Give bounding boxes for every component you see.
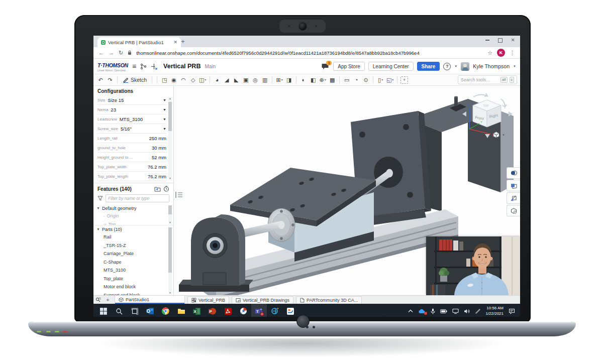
part-list-item[interactable]: Top_plate — [93, 275, 167, 283]
linear-pattern-icon[interactable]: ⊞▾ — [275, 76, 283, 84]
config-numeric-row[interactable]: Height_ground to ... 52 mm — [97, 153, 166, 162]
tree-item-top-plane[interactable]: ▱ Top — [93, 220, 167, 226]
new-element-icon[interactable]: + — [103, 296, 113, 304]
help-icon[interactable]: ? — [443, 63, 451, 70]
taskbar-search-icon[interactable] — [111, 304, 127, 317]
part-list-item[interactable]: _TSR-15-Z — [93, 241, 167, 250]
pen-icon[interactable] — [475, 308, 480, 314]
section-view-icon[interactable] — [507, 180, 520, 191]
config-numeric-row[interactable]: ground_to_hole 30 mm — [97, 143, 166, 153]
motor-connector-pin[interactable] — [454, 97, 458, 106]
chevron-down-icon[interactable]: ▼ — [96, 227, 100, 231]
filter-funnel-icon[interactable] — [97, 196, 103, 201]
config-dropdown-row[interactable]: Nema 23 ▼ — [97, 105, 166, 114]
parts-section[interactable]: ▼ Parts (10) — [93, 225, 167, 233]
taskbar-clock[interactable]: 10:56 AM 1/22/2021 — [485, 306, 504, 316]
scroll-down-arrow[interactable]: ▼ — [168, 221, 172, 224]
revolve-icon[interactable]: ◉ — [170, 76, 178, 84]
scrollbar-thumb[interactable] — [168, 102, 172, 131]
search-tabs-icon[interactable] — [93, 296, 103, 304]
config-dropdown-row[interactable]: Leadscrew MTS_3100 ▼ — [97, 114, 166, 124]
part-list-item[interactable]: MTS_3100 — [93, 266, 167, 275]
comments-icon[interactable]: 1 — [322, 63, 330, 70]
scrollbar-thumb[interactable] — [168, 227, 172, 273]
dropdown-caret-icon[interactable]: ▼ — [163, 98, 166, 102]
sketch-button[interactable]: Sketch — [121, 77, 149, 83]
appearance-icon[interactable] — [507, 167, 520, 179]
window-minimize-icon[interactable] — [485, 40, 489, 41]
rollback-bar-icon[interactable] — [175, 191, 183, 198]
internet-explorer-icon[interactable] — [267, 304, 282, 317]
geometry-scrollbar[interactable]: ▼ — [168, 205, 172, 224]
learning-center-button[interactable]: Learning Center — [368, 62, 414, 71]
sap-logon-icon[interactable] — [282, 304, 298, 317]
hole-icon[interactable]: ◎ — [251, 76, 259, 84]
scroll-down-arrow[interactable]: ▼ — [168, 291, 172, 294]
reload-icon[interactable]: ↻ — [119, 50, 123, 56]
fillet-icon[interactable]: ◕ — [213, 76, 221, 84]
undo-icon[interactable]: ↶ — [96, 76, 105, 84]
window-close-icon[interactable]: ✕ — [511, 38, 515, 43]
part-list-item[interactable]: Motor end block — [93, 283, 167, 291]
extrude-icon[interactable]: ◳ — [160, 76, 168, 84]
part-list-item[interactable]: Support end block — [93, 291, 167, 296]
task-view-icon[interactable] — [127, 304, 142, 317]
graphics-viewport[interactable]: Top Front Right Z X Y — [174, 86, 520, 295]
part-list-item[interactable]: Rail — [93, 233, 167, 241]
frame-icon[interactable]: ▯▾ — [376, 76, 384, 84]
teams-icon[interactable]: T — [251, 304, 267, 317]
chrome-icon[interactable] — [158, 304, 173, 317]
default-geometry-section[interactable]: ▼ Default geometry — [93, 204, 167, 212]
bookmark-star-icon[interactable]: ☆ — [487, 50, 492, 56]
plane-icon[interactable]: ▭ — [343, 76, 351, 84]
tab-vertical-prb-drawings[interactable]: Vertical_PRB Drawings — [232, 296, 293, 304]
new-tab-button[interactable]: + — [179, 38, 187, 46]
user-avatar[interactable] — [461, 62, 469, 71]
config-numeric-row[interactable]: Top_plate_width 76.2 mm — [97, 162, 166, 172]
chamfer-icon[interactable]: ◢ — [223, 76, 231, 84]
skype-icon[interactable] — [236, 304, 251, 317]
forward-icon[interactable]: → — [109, 50, 114, 56]
volume-icon[interactable] — [464, 309, 470, 314]
view-options-button[interactable]: ▼ — [492, 131, 505, 139]
config-numeric-row[interactable]: Top_plate_length 76.2 mm — [97, 172, 166, 181]
point-icon[interactable]: ⊙ — [362, 76, 370, 84]
versions-icon[interactable] — [140, 63, 147, 70]
boolean-icon[interactable]: ◐ — [299, 76, 308, 84]
tab-partstudio1[interactable]: PartStudio1 — [115, 296, 185, 304]
redo-icon[interactable]: ↷ — [106, 76, 114, 84]
scrollbar-thumb[interactable] — [168, 205, 172, 214]
acrobat-icon[interactable] — [220, 304, 236, 317]
dropdown-caret-icon[interactable]: ▼ — [163, 127, 166, 131]
tab-vertical-prb[interactable]: Vertical_PRB — [187, 296, 229, 304]
helix-icon[interactable]: ◔ — [352, 76, 360, 84]
app-store-button[interactable]: App Store — [333, 62, 364, 71]
search-tools-input[interactable]: Search tools... altc — [458, 75, 517, 84]
dropdown-caret-icon[interactable]: ▼ — [163, 108, 166, 111]
part-list-item[interactable]: Carriage_Plate — [93, 250, 167, 258]
network-icon[interactable] — [452, 309, 459, 314]
config-numeric-row[interactable]: Length_rail 250 mm — [97, 134, 166, 143]
tree-item-origin[interactable]: ◦ Origin — [93, 212, 167, 220]
thicken-icon[interactable]: ◫▾ — [198, 76, 207, 84]
user-name[interactable]: Kyle Thompson — [473, 63, 510, 69]
measure-icon[interactable] — [151, 63, 157, 70]
rib-icon[interactable]: ▥ — [261, 76, 269, 84]
window-restore-icon[interactable] — [498, 38, 502, 43]
draft-icon[interactable]: ◣ — [232, 76, 240, 84]
move-to-document-icon[interactable] — [154, 186, 161, 192]
outlook-icon[interactable] — [142, 304, 158, 317]
main-menu-icon[interactable]: ≡ — [132, 63, 136, 70]
help-caret-icon[interactable]: ▼ — [454, 65, 457, 68]
file-explorer-icon[interactable] — [173, 304, 189, 317]
tray-expand-icon[interactable] — [408, 309, 413, 313]
config-dropdown-row[interactable]: Screw_size 5/16" ▼ — [97, 124, 166, 134]
scroll-up-arrow[interactable]: ▲ — [168, 97, 172, 100]
presenter-video-overlay[interactable] — [426, 236, 520, 295]
split-icon[interactable]: ◧ — [309, 76, 317, 84]
tab-partcommunity[interactable]: PARTcommunity 3D CA... — [296, 296, 362, 304]
delete-face-icon[interactable]: ▩ — [328, 76, 336, 84]
chevron-down-icon[interactable]: ▼ — [96, 206, 100, 210]
parts-scrollbar[interactable]: ▼ — [168, 226, 172, 294]
battery-icon[interactable] — [440, 309, 447, 313]
